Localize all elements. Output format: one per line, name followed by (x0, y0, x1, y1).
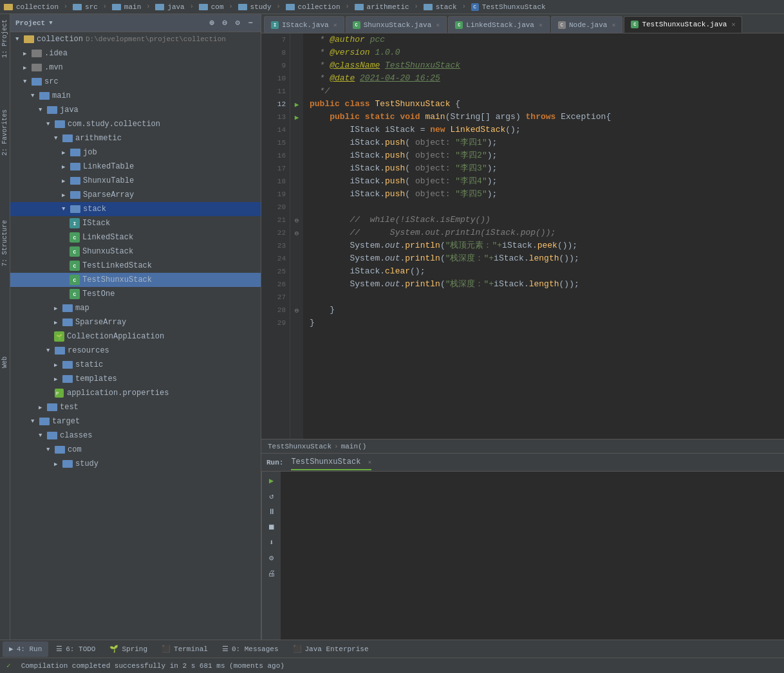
tree-item-appprops[interactable]: P application.properties (10, 386, 261, 400)
bc-main[interactable]: main (112, 3, 141, 11)
tree-item-idea[interactable]: ▶ .idea (10, 46, 261, 60)
hide-icon[interactable]: − (245, 18, 256, 28)
code-line-19: iStack.push( object: "李四5"); (310, 188, 778, 201)
class-icon: C (353, 21, 360, 29)
tree-item-com-target[interactable]: ▼ com (10, 443, 261, 457)
project-panel-header: Project ▼ ⊕ ⊖ ⚙ − (10, 14, 261, 32)
tree-item-classes[interactable]: ▼ classes (10, 429, 261, 443)
bottom-tab-messages[interactable]: ☰ 0: Messages (216, 641, 285, 657)
code-editor[interactable]: * @author pcc * @version 1.0.0 * @classN… (303, 33, 784, 439)
tree-item-collectionapp[interactable]: 🌱 CollectionApplication (10, 329, 261, 344)
bc-com[interactable]: com (199, 3, 224, 11)
tab-close-icon[interactable]: ✕ (611, 21, 615, 29)
tree-item-stack[interactable]: ▼ stack (10, 202, 261, 216)
run-settings-button[interactable]: ⚙ (265, 551, 278, 564)
tree-item-map[interactable]: ▶ map (10, 301, 261, 315)
tree-item-job[interactable]: ▶ job (10, 145, 261, 160)
tree-item-sparsearray[interactable]: ▶ SparseArray (10, 315, 261, 329)
editor-content[interactable]: 7 8 9 10 11 12 13 14 15 16 17 18 19 20 2… (261, 33, 784, 439)
bc-arithmetic[interactable]: arithmetic (355, 3, 409, 11)
bc-study[interactable]: study (238, 3, 272, 11)
bc-label: stack (436, 3, 457, 11)
tab-close-icon[interactable]: ✕ (731, 21, 735, 28)
status-bar: ✓ Compilation completed successfully in … (0, 658, 784, 673)
bottom-tab-todo[interactable]: ☰ 6: TODO (50, 641, 102, 657)
tree-item-collection-root[interactable]: ▼ collection D:\development\project\coll… (10, 32, 261, 46)
tree-item-linkedstack[interactable]: C LinkedStack (10, 230, 261, 244)
breadcrumb-class[interactable]: TestShunxuStack (268, 443, 331, 450)
tree-item-target[interactable]: ▼ target (10, 414, 261, 429)
tree-item-main[interactable]: ▼ main (10, 89, 261, 103)
run-play-button[interactable]: ▶ (265, 474, 278, 487)
folder-blue-icon (47, 106, 57, 114)
side-web-label[interactable]: Web (1, 356, 8, 368)
tree-item-test[interactable]: ▶ test (10, 400, 261, 414)
run-scroll-button[interactable]: ⬇ (265, 536, 278, 549)
bottom-tab-terminal[interactable]: ⬛ Terminal (155, 641, 214, 657)
bc-java[interactable]: java (155, 3, 184, 11)
tree-item-testshunxustack[interactable]: C TestShunxuStack (10, 273, 261, 287)
folder-blue-icon (55, 446, 65, 454)
folder-dark-icon (32, 64, 42, 71)
tab-istack[interactable]: I IStack.java ✕ (264, 16, 344, 33)
tree-item-java[interactable]: ▼ java (10, 103, 261, 117)
breadcrumb-method[interactable]: main() (341, 443, 367, 450)
bc-collection[interactable]: collection (4, 3, 59, 11)
side-structure-label[interactable]: 7: Structure (1, 220, 8, 266)
tree-item-com-study-collection[interactable]: ▼ com.study.collection (10, 117, 261, 131)
sync-icon[interactable]: ⊕ (207, 18, 217, 28)
code-line-14: IStack iStack = new LinkedStack(); (310, 124, 778, 136)
tab-close-icon[interactable]: ✕ (333, 21, 337, 29)
folder-blue-icon (70, 191, 80, 199)
tree-item-testone[interactable]: C TestOne (10, 287, 261, 301)
folder-blue-icon (55, 120, 65, 128)
tree-item-shunxustack[interactable]: C ShunxuStack (10, 244, 261, 259)
tab-linkedstack[interactable]: C LinkedStack.java ✕ (448, 16, 550, 33)
bottom-tab-run[interactable]: ▶ 4: Run (3, 641, 48, 657)
folder-blue-icon (62, 318, 73, 326)
folder-icon (4, 4, 13, 10)
tree-item-study-target[interactable]: ▶ study (10, 457, 261, 471)
run-print-button[interactable]: 🖨 (265, 567, 278, 580)
code-line-18: iStack.push( object: "李四4"); (310, 175, 778, 188)
tree-item-resources[interactable]: ▼ resources (10, 344, 261, 358)
tree-item-mvn[interactable]: ▶ .mvn (10, 60, 261, 75)
side-favorites-label[interactable]: 2: Favorites (1, 109, 8, 156)
folder-blue-icon (62, 304, 73, 312)
tree-item-src[interactable]: ▼ src (10, 75, 261, 89)
tree-item-sparsearray-sub[interactable]: ▶ SparseArray (10, 188, 261, 202)
tree-item-templates[interactable]: ▶ templates (10, 372, 261, 386)
run-tab-testshunxustack[interactable]: TestShunxuStack ✕ (291, 455, 371, 470)
tree-item-testlinkedstack[interactable]: C TestLinkedStack (10, 259, 261, 273)
tree-item-static[interactable]: ▶ static (10, 358, 261, 372)
run-rerun-button[interactable]: ↺ (265, 490, 278, 502)
bc-src[interactable]: src (73, 3, 98, 11)
tree-item-shunxutable[interactable]: ▶ ShunxuTable (10, 174, 261, 188)
folder-icon (199, 4, 208, 10)
bc-class[interactable]: C TestShunxuStack (471, 3, 546, 11)
tree-item-arithmetic[interactable]: ▼ arithmetic (10, 131, 261, 145)
code-line-25: iStack.clear(); (310, 265, 778, 278)
tree-item-linkedtable[interactable]: ▶ LinkedTable (10, 160, 261, 174)
run-stop-button[interactable]: ⏹ (265, 521, 278, 533)
run-pause-button[interactable]: ⏸ (265, 505, 278, 518)
tab-node[interactable]: C Node.java ✕ (551, 16, 622, 33)
bc-stack[interactable]: stack (424, 3, 457, 11)
run-tab-close[interactable]: ✕ (368, 459, 371, 466)
tab-shunxustack[interactable]: C ShunxuStack.java ✕ (346, 16, 447, 33)
bottom-tab-java-enterprise[interactable]: ⬛ Java Enterprise (286, 641, 375, 657)
bottom-tab-spring[interactable]: 🌱 Spring (103, 641, 154, 657)
tab-testshunxustack[interactable]: C TestShunxuStack.java ✕ (624, 16, 742, 33)
folder-icon (286, 4, 295, 10)
tab-close-icon[interactable]: ✕ (436, 21, 440, 29)
tab-label: LinkedStack.java (466, 21, 534, 29)
project-dropdown-arrow[interactable]: ▼ (49, 20, 52, 26)
bc-collection2[interactable]: collection (286, 3, 341, 11)
tree-item-istack[interactable]: I IStack (10, 216, 261, 230)
side-project-label[interactable]: 1: Project (1, 19, 8, 58)
collapse-icon[interactable]: ⊖ (219, 18, 230, 28)
settings-icon[interactable]: ⚙ (232, 18, 243, 28)
code-line-10: * @date 2021-04-20 16:25 (310, 72, 778, 85)
bc-label: java (167, 3, 184, 11)
tab-close-icon[interactable]: ✕ (539, 21, 543, 29)
